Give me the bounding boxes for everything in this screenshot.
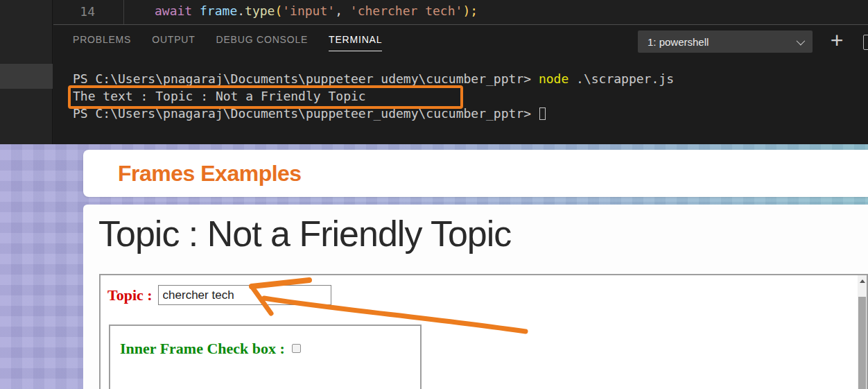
gutter-divider <box>123 0 124 24</box>
shell-select-label: 1: powershell <box>648 36 709 48</box>
terminal-output: PS C:\Users\pnagaraj\Documents\puppeteer… <box>73 70 674 122</box>
code-close-paren: ); <box>462 3 478 18</box>
frame-scrollbar[interactable] <box>858 275 867 389</box>
chevron-down-icon <box>797 36 806 45</box>
code-keyword: await <box>155 3 200 18</box>
new-terminal-button[interactable]: + <box>824 28 849 53</box>
terminal-prompt: PS C:\Users\pnagaraj\Documents\puppeteer… <box>73 71 539 86</box>
tab-output[interactable]: OUTPUT <box>152 34 195 51</box>
scrollbar-up-icon[interactable] <box>860 279 865 283</box>
topic-input[interactable] <box>158 285 331 305</box>
tab-problems[interactable]: PROBLEMS <box>73 34 131 51</box>
code-dot: . <box>237 3 245 18</box>
scrollbar-thumb[interactable] <box>858 297 866 389</box>
code-method: type <box>245 3 275 18</box>
line-number: 14 <box>74 4 95 19</box>
terminal-panel: PROBLEMS OUTPUT DEBUG CONSOLE TERMINAL 1… <box>53 26 868 144</box>
banner-title: Frames Examples <box>118 161 868 187</box>
editor-line-row: 14 await frame.type('input', 'chercher t… <box>53 0 868 25</box>
code-line: await frame.type('input', 'chercher tech… <box>155 3 478 18</box>
panel-tabs: PROBLEMS OUTPUT DEBUG CONSOLE TERMINAL <box>73 34 382 51</box>
sidebar-highlight-band <box>0 64 53 89</box>
code-object: frame <box>200 3 237 18</box>
outer-frame: Topic : Inner Frame Check box : <box>99 274 868 389</box>
terminal-shell-select[interactable]: 1: powershell <box>638 31 813 53</box>
terminal-output-text: The text : Topic : Not a Friendly Topic <box>73 89 366 103</box>
inner-frame-label: Inner Frame Check box : <box>120 340 285 358</box>
code-arg2: 'chercher tech' <box>350 3 463 18</box>
topic-label: Topic : <box>107 286 153 304</box>
inner-frame-checkbox[interactable] <box>292 344 301 353</box>
code-comma: , <box>335 3 350 18</box>
inner-frame: Inner Frame Check box : <box>109 325 422 389</box>
browser-page: Frames Examples Topic : Not a Friendly T… <box>0 144 868 389</box>
terminal-cursor <box>539 107 546 120</box>
terminal-node-command: node <box>539 71 568 86</box>
banner-card: Frames Examples <box>83 150 868 197</box>
split-terminal-icon[interactable] <box>863 35 868 50</box>
terminal-line-command: PS C:\Users\pnagaraj\Documents\puppeteer… <box>73 70 674 87</box>
terminal-line-output: The text : Topic : Not a Friendly Topic <box>73 87 674 105</box>
tab-debug-console[interactable]: DEBUG CONSOLE <box>216 34 309 51</box>
terminal-command-args: .\scrapper.js <box>568 71 674 86</box>
tab-terminal[interactable]: TERMINAL <box>329 34 382 51</box>
content-card: Topic : Not a Friendly Topic Topic : Inn… <box>83 205 868 389</box>
vscode-window: 14 await frame.type('input', 'chercher t… <box>0 0 868 144</box>
activity-sidebar <box>0 0 53 144</box>
page-title: Topic : Not a Friendly Topic <box>98 213 868 254</box>
code-open-paren: ( <box>275 3 282 18</box>
terminal-prompt: PS C:\Users\pnagaraj\Documents\puppeteer… <box>73 106 539 121</box>
topic-row: Topic : <box>107 285 331 305</box>
terminal-line-prompt: PS C:\Users\pnagaraj\Documents\puppeteer… <box>73 105 674 122</box>
code-arg1: 'input' <box>282 3 335 18</box>
